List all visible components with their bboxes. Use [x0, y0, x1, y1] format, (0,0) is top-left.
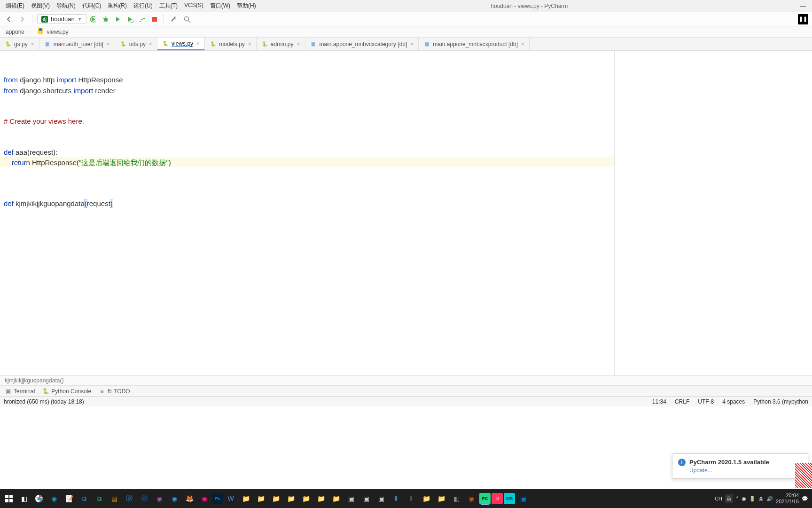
folder-icon[interactable]: 📁	[329, 491, 343, 506]
tab-models[interactable]: 🐍 models.py ✕	[205, 38, 257, 50]
terminal-icon[interactable]: ▣	[374, 491, 388, 506]
close-icon[interactable]: ✕	[297, 41, 300, 47]
tab-urls[interactable]: 🐍 urls.py ✕	[115, 38, 157, 50]
vscode-insiders-icon[interactable]: ⧉	[92, 491, 106, 506]
folder-icon[interactable]: 📁	[284, 491, 298, 506]
tab-product[interactable]: ▦ main.appone_mnbvcxproduct [db] ✕	[419, 38, 530, 50]
close-icon[interactable]: ✕	[410, 41, 414, 47]
tray-icon[interactable]: ◉	[742, 496, 746, 502]
close-icon[interactable]: ✕	[248, 41, 251, 47]
action-center-icon[interactable]: 💬	[802, 496, 808, 502]
menu-nav[interactable]: 导航(N)	[54, 0, 78, 11]
crumb-folder[interactable]: appone	[4, 28, 26, 36]
todo-tab[interactable]: ≡ 6: TODO	[99, 388, 130, 395]
start-button[interactable]	[2, 491, 16, 506]
terminal-icon[interactable]: ▣	[359, 491, 373, 506]
run-config-selector[interactable]: dj houduan ▼	[37, 14, 86, 24]
close-icon[interactable]: ✕	[148, 41, 152, 47]
close-icon[interactable]: ✕	[106, 41, 110, 47]
ie-icon[interactable]: ⓔ	[122, 491, 136, 506]
edge-icon[interactable]: ⓔ	[137, 491, 151, 506]
pause-overlay-icon[interactable]: ❚❚	[798, 14, 808, 24]
menu-window[interactable]: 窗口(W)	[207, 0, 233, 11]
menu-refactor[interactable]: 重构(R)	[105, 0, 130, 11]
code-editor[interactable]: from django.http import HttpResponse fro…	[0, 51, 615, 375]
pycharm-icon[interactable]: PC	[479, 493, 491, 504]
chrome-icon[interactable]	[32, 491, 46, 506]
photoshop-icon[interactable]: Ps	[212, 493, 223, 504]
function-breadcrumb[interactable]: kjmjkikjjkguopangdata()	[0, 375, 812, 386]
run-icon[interactable]	[114, 15, 122, 24]
folder-icon[interactable]: 📁	[269, 491, 283, 506]
menu-edit[interactable]: 编辑(E)	[3, 0, 27, 11]
sublime-icon[interactable]: ▤	[107, 491, 121, 506]
notepad-icon[interactable]: 📝	[62, 491, 76, 506]
powershell-icon[interactable]: ▣	[516, 491, 530, 506]
debug-icon[interactable]	[102, 15, 110, 24]
folder-icon[interactable]: 📁	[239, 491, 253, 506]
webstorm-icon[interactable]: WS	[504, 493, 515, 504]
clock[interactable]: 20:04 2021/1/15	[776, 492, 799, 505]
terminal-icon[interactable]: ▣	[344, 491, 358, 506]
python-console-tab[interactable]: 🐍 Python Console	[42, 388, 91, 395]
menu-run[interactable]: 运行(U)	[131, 0, 156, 11]
search-icon[interactable]	[182, 14, 192, 24]
wps-icon[interactable]: W	[224, 491, 238, 506]
firefox-icon[interactable]: 🦊	[182, 491, 196, 506]
cursor-position[interactable]: 11:34	[652, 398, 666, 405]
forward-icon[interactable]	[17, 14, 27, 24]
menu-code[interactable]: 代码(C)	[79, 0, 104, 11]
indent[interactable]: 4 spaces	[722, 398, 745, 405]
tray-up-icon[interactable]: ˄	[736, 496, 739, 502]
svg-rect-6	[9, 495, 13, 498]
menu-tools[interactable]: 工具(T)	[156, 0, 180, 11]
menu-vcs[interactable]: VCS(S)	[181, 0, 206, 11]
close-icon[interactable]: ✕	[31, 41, 34, 47]
tab-authuser[interactable]: ▦ main.auth_user [db] ✕	[39, 38, 115, 50]
update-link[interactable]: Update...	[689, 467, 802, 474]
app-icon[interactable]: ◉	[167, 491, 181, 506]
app-icon[interactable]: ◉	[152, 491, 166, 506]
wrench-icon[interactable]	[169, 14, 179, 24]
tab-gs[interactable]: 🐍 gs.py ✕	[0, 38, 39, 50]
folder-icon[interactable]: 📁	[419, 491, 433, 506]
encoding[interactable]: UTF-8	[698, 398, 714, 405]
crumb-file[interactable]: views.py	[36, 27, 70, 36]
app-icon[interactable]: ⬇	[389, 491, 403, 506]
tab-category[interactable]: ▦ main.appone_mnbvcxcategory [db] ✕	[305, 38, 419, 50]
vscode-icon[interactable]: ⧉	[77, 491, 91, 506]
folder-icon[interactable]: 📁	[314, 491, 328, 506]
folder-icon[interactable]: 📁	[299, 491, 313, 506]
menu-help[interactable]: 帮助(H)	[234, 0, 259, 11]
coverage-icon[interactable]	[126, 15, 134, 24]
browser-icon[interactable]: ◉	[47, 491, 61, 506]
tray-icon[interactable]: 🔋	[749, 496, 756, 502]
interpreter[interactable]: Python 3.6 (mypython	[753, 398, 808, 405]
network-icon[interactable]: 🖧	[758, 496, 764, 501]
close-icon[interactable]: ✕	[521, 41, 524, 47]
volume-icon[interactable]: 🔊	[766, 496, 773, 502]
tab-views[interactable]: 🐍 views.py ✕	[157, 38, 205, 50]
ime-mode[interactable]: 英	[725, 494, 733, 503]
ime-lang[interactable]: CH	[715, 496, 722, 501]
terminal-tab[interactable]: ▣ Terminal	[5, 388, 35, 395]
folder-icon[interactable]: 📁	[254, 491, 268, 506]
app-icon[interactable]: ◉	[197, 491, 211, 506]
intellij-icon[interactable]: IJ	[492, 493, 503, 504]
close-icon[interactable]: ✕	[196, 41, 200, 46]
app-icon[interactable]: ⬇	[404, 491, 418, 506]
app-icon[interactable]: ◧	[449, 491, 463, 506]
ime-indicator-icon[interactable]	[795, 463, 812, 488]
stop-icon[interactable]	[150, 15, 159, 24]
menu-view[interactable]: 视图(V)	[28, 0, 53, 11]
app-icon[interactable]: ◉	[464, 491, 478, 506]
rerun-icon[interactable]	[89, 15, 98, 24]
back-icon[interactable]	[4, 14, 14, 24]
line-separator[interactable]: CRLF	[675, 398, 689, 405]
profile-icon[interactable]	[138, 15, 147, 24]
folder-icon[interactable]: 📁	[434, 491, 448, 506]
minimize-icon[interactable]: —	[800, 3, 806, 9]
tab-admin[interactable]: 🐍 admin.py ✕	[257, 38, 305, 50]
task-view-icon[interactable]: ◧	[17, 491, 31, 506]
breadcrumb: appone 〉 views.py	[0, 26, 812, 38]
